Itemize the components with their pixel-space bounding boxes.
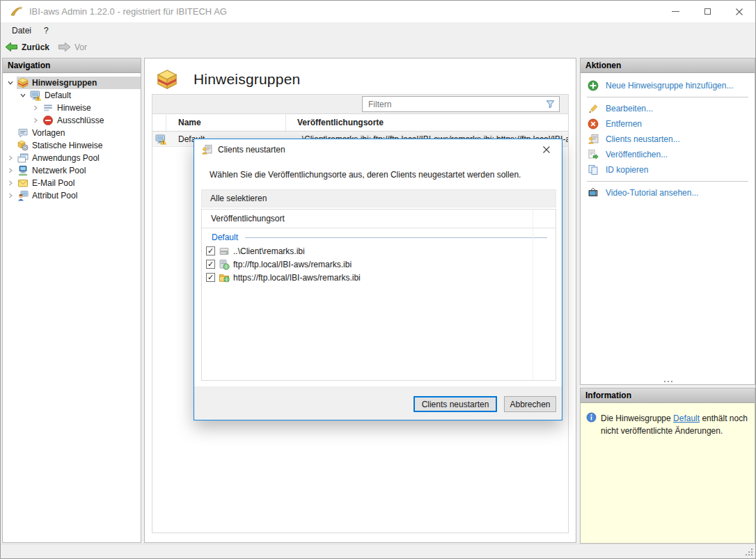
close-button[interactable] <box>723 1 755 22</box>
checkbox-checked[interactable] <box>206 246 215 255</box>
list-item[interactable]: https://ftp.local/IBI-aws/remarks.ibi <box>202 271 556 284</box>
select-all-bar[interactable]: Alle selektieren <box>201 189 556 207</box>
action-video-tutorial[interactable]: Video-Tutorial ansehen... <box>581 185 755 200</box>
nav-item-hinweise[interactable]: Hinweise <box>3 102 141 114</box>
action-bearbeiten[interactable]: Bearbeiten... <box>581 101 755 116</box>
nav-item-netzwerk-pool[interactable]: Netzwerk Pool <box>3 164 141 177</box>
table-header: Name Veröffentlichungsorte <box>152 114 568 132</box>
menu-item-help[interactable]: ? <box>38 22 55 39</box>
action-clients-neustarten[interactable]: Clients neustarten... <box>581 132 755 147</box>
actions-panel: Aktionen Neue Hinweisgruppe hinzufügen..… <box>580 58 755 385</box>
static-notes-icon <box>17 140 29 151</box>
navigation-header: Navigation <box>3 58 141 73</box>
list-item[interactable]: ..\Client\remarks.ibi <box>202 244 556 258</box>
dialog-description: Wählen Sie die Veröffentlichungsorte aus… <box>210 170 521 180</box>
group-row-default: Default <box>202 230 556 244</box>
dialog-titlebar: Clients neustarten <box>194 139 562 160</box>
checkbox-checked[interactable] <box>206 273 215 282</box>
template-icon <box>17 127 29 139</box>
attribute-icon <box>17 190 29 201</box>
monitor-warning-icon <box>30 90 41 101</box>
chevron-right-icon[interactable] <box>7 154 17 162</box>
dialog-footer: Clients neustarten Abbrechen <box>194 386 562 420</box>
chevron-down-icon[interactable] <box>19 91 29 100</box>
menu-item-datei[interactable]: Datei <box>6 22 38 39</box>
minimize-icon <box>672 11 679 12</box>
page-heading: Hinweisgruppen <box>145 58 576 90</box>
action-add-hinweisgruppe[interactable]: Neue Hinweisgruppe hinzufügen... <box>581 78 755 93</box>
info-icon <box>586 412 597 423</box>
nav-item-label: Attribut Pool <box>32 191 77 200</box>
nav-item-label: Hinweisgruppen <box>32 78 97 88</box>
list-item-label: ftp://ftp.local/IBI-aws/remarks.ibi <box>233 260 352 269</box>
maximize-icon <box>704 8 711 15</box>
chevron-right-icon[interactable] <box>32 116 42 125</box>
chevron-down-icon[interactable] <box>7 79 17 87</box>
app-window: IBI-aws Admin 1.22.0 - registriert für I… <box>0 0 756 559</box>
action-label: Entfernen <box>606 119 642 129</box>
clients-neustarten-dialog: Clients neustarten Wählen Sie die Veröff… <box>194 139 562 420</box>
nav-item-attribut-pool[interactable]: Attribut Pool <box>3 189 141 202</box>
nav-item-label: Vorlagen <box>32 128 65 138</box>
clients-neustarten-button[interactable]: Clients neustarten <box>414 396 497 412</box>
nav-item-label: Anwendungs Pool <box>32 153 100 163</box>
action-label: ID kopieren <box>606 165 648 175</box>
checkbox-checked[interactable] <box>206 260 215 269</box>
navigation-tree: Hinweisgruppen Default Hinweise Ausschlü… <box>3 73 141 202</box>
filter-funnel-icon[interactable] <box>545 99 556 109</box>
nav-item-ausschluesse[interactable]: Ausschlüsse <box>3 114 141 127</box>
chevron-right-icon[interactable] <box>7 166 17 175</box>
default-link[interactable]: Default <box>673 414 700 423</box>
action-veroeffentlichen[interactable]: Veröffentlichen... <box>581 147 755 162</box>
splitter-handle[interactable] <box>668 381 669 382</box>
action-label: Video-Tutorial ansehen... <box>606 188 698 198</box>
nav-item-anwendungs-pool[interactable]: Anwendungs Pool <box>3 152 141 164</box>
filter-bar <box>152 95 568 114</box>
ftp-server-icon <box>219 259 230 270</box>
name-column-header[interactable]: Name <box>166 114 286 131</box>
information-panel: Information Die Hinweisgruppe Default en… <box>580 388 755 544</box>
list-column-header[interactable]: Veröffentlichungsort <box>202 210 556 228</box>
nav-item-label: Default <box>45 90 71 100</box>
statusbar <box>1 544 755 558</box>
chevron-right-icon[interactable] <box>32 104 42 112</box>
nav-item-label: Statische Hinweise <box>32 141 102 150</box>
nav-item-vorlagen[interactable]: Vorlagen <box>3 127 141 139</box>
action-entfernen[interactable]: Entfernen <box>581 116 755 132</box>
separator <box>587 181 748 182</box>
maximize-button[interactable] <box>691 1 723 22</box>
titlebar: IBI-aws Admin 1.22.0 - registriert für I… <box>1 1 755 22</box>
nav-item-email-pool[interactable]: E-Mail Pool <box>3 177 141 189</box>
nav-item-hinweisgruppen[interactable]: Hinweisgruppen <box>3 77 141 89</box>
chevron-right-icon[interactable] <box>7 191 17 200</box>
filter-input[interactable] <box>362 96 560 112</box>
dialog-close-button[interactable] <box>530 139 562 160</box>
remove-icon <box>588 118 599 129</box>
exclude-icon <box>42 115 54 126</box>
expander-spacer <box>7 141 17 150</box>
abbrechen-button[interactable]: Abbrechen <box>504 396 556 412</box>
restart-clients-icon <box>201 144 212 155</box>
forward-button[interactable]: Vor <box>54 39 91 55</box>
back-arrow-icon <box>5 41 18 53</box>
restart-clients-icon <box>588 134 599 145</box>
action-id-kopieren[interactable]: ID kopieren <box>581 162 755 178</box>
group-label: Default <box>212 233 238 242</box>
nav-item-label: Netzwerk Pool <box>32 166 86 175</box>
group-line <box>245 237 547 238</box>
menubar: Datei ? <box>1 22 755 39</box>
nav-item-default[interactable]: Default <box>3 89 141 102</box>
publish-icon <box>588 149 599 160</box>
orte-column-header[interactable]: Veröffentlichungsorte <box>286 114 568 131</box>
nav-item-statische-hinweise[interactable]: Statische Hinweise <box>3 139 141 152</box>
chevron-right-icon[interactable] <box>7 179 17 187</box>
back-button[interactable]: Zurück <box>1 39 54 55</box>
page-title: Hinweisgruppen <box>194 71 300 88</box>
notes-icon <box>42 102 54 113</box>
app-logo-icon <box>10 6 23 17</box>
close-icon <box>541 144 552 155</box>
list-item[interactable]: ftp://ftp.local/IBI-aws/remarks.ibi <box>202 258 556 271</box>
back-label: Zurück <box>22 42 49 52</box>
minimize-button[interactable] <box>659 1 691 22</box>
resize-grip[interactable] <box>751 554 753 556</box>
